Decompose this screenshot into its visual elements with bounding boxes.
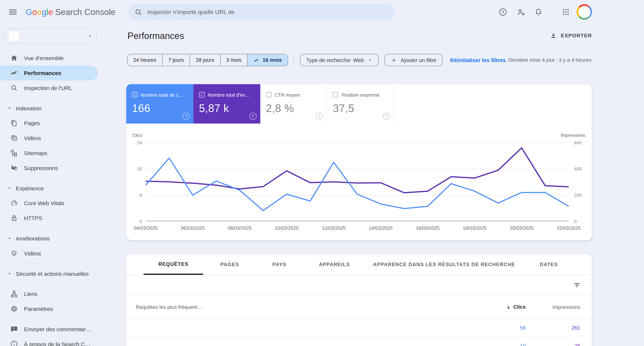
page-title: Performances: [128, 31, 184, 41]
checkbox-unchecked-icon[interactable]: [333, 92, 338, 97]
x-axis-label: 04/03/2025: [134, 226, 158, 231]
right-axis-title: Impressions: [561, 133, 585, 138]
checkbox-checked-icon[interactable]: ✓: [132, 92, 137, 97]
sidebar-item-a-propos-de-la-search-c[interactable]: À propos de la Search C…: [0, 336, 99, 346]
sidebar-item-core-web-vitals[interactable]: Core Web Vitals: [0, 196, 99, 211]
reset-filters-link[interactable]: Réinitialiser les filtres: [450, 57, 506, 63]
sidebar-item-performances[interactable]: Performances: [0, 65, 98, 80]
date-range-chip-3-mois[interactable]: 3 mois: [220, 54, 247, 66]
logo-brand: Google: [26, 7, 53, 17]
metric-value: 5,87 k: [199, 102, 260, 115]
metric-tile-position-moyenne[interactable]: Position moyenne37,5?: [327, 84, 394, 123]
search-input[interactable]: [146, 8, 390, 16]
sidebar-section-experience[interactable]: Expérience: [0, 181, 99, 196]
metric-tile-ctr-moyen[interactable]: CTR moyen2,8 %?: [260, 84, 327, 123]
help-circle-icon[interactable]: ?: [182, 113, 190, 120]
left-axis-tick: 0: [130, 219, 142, 224]
date-range-chip-24-heures[interactable]: 24 heures: [128, 54, 162, 66]
right-axis-tick: 200: [574, 193, 591, 198]
column-header-query: Requêtes les plus fréquent…: [136, 304, 202, 310]
url-inspection-search-bar[interactable]: [128, 4, 395, 20]
app-logo: GoogleSearch Console: [26, 7, 116, 17]
property-selector[interactable]: [3, 28, 98, 44]
right-axis-tick: 0: [574, 219, 591, 224]
tab-pages[interactable]: PAGES: [206, 254, 254, 275]
filter-divider: [294, 54, 294, 66]
date-range-chip-28-jours[interactable]: 28 jours: [190, 54, 220, 66]
impressions-cell: 261: [572, 325, 580, 330]
date-range-group: 24 heures7 jours28 jours3 mois16 mois: [127, 54, 288, 66]
sidebar-divider: [0, 316, 99, 322]
column-header-clics[interactable]: Clics: [506, 304, 526, 310]
menu-icon[interactable]: [8, 7, 18, 17]
filter-bar: 24 heures7 jours28 jours3 mois16 mois Ty…: [127, 54, 506, 66]
tab-apparence-dans-les-resultats-de-recherche[interactable]: APPARENCE DANS LES RÉSULTATS DE RECHERCH…: [358, 254, 530, 275]
table-header: Requêtes les plus fréquent… Clics Impres…: [126, 295, 592, 319]
sidebar-item-pages[interactable]: Pages: [0, 116, 99, 131]
help-circle-icon[interactable]: ?: [316, 113, 323, 120]
left-axis-tick: 16: [130, 166, 142, 171]
sidebar-item-liens[interactable]: Liens: [0, 286, 99, 301]
filter-icon[interactable]: [573, 281, 581, 289]
speed-icon: [10, 199, 18, 207]
metric-label: Nombre total d'im…: [208, 92, 250, 97]
metric-label: Nombre total de c…: [141, 92, 183, 97]
sidebar-section-securite-et-actions-manuelles[interactable]: Sécurité et actions manuelles: [0, 266, 99, 281]
tab-pays[interactable]: PAYS: [258, 254, 301, 275]
avatar[interactable]: [576, 4, 592, 20]
sidebar-item-videos[interactable]: Vidéos: [0, 131, 99, 146]
sidebar-item-parametres[interactable]: Paramètres: [0, 301, 99, 316]
sidebar-item-inspection-de-l-url[interactable]: Inspection de l'URL: [0, 80, 99, 95]
check-icon: [254, 57, 259, 63]
sidebar-item-envoyer-des-commentair[interactable]: Envoyer des commentair…: [0, 322, 99, 337]
metric-tile-nombre-total-d-im[interactable]: ✓Nombre total d'im…5,87 k?: [193, 84, 260, 123]
url-inspect-icon: [10, 84, 18, 92]
date-range-chip-7-jours[interactable]: 7 jours: [162, 54, 190, 66]
sidebar-item-sitemaps[interactable]: Sitemaps: [0, 145, 99, 160]
layers-icon: [10, 249, 18, 257]
table-row[interactable]: 1025: [126, 336, 592, 346]
sidebar-item-vue-d-ensemble[interactable]: Vue d'ensemble: [0, 51, 99, 66]
x-axis-label: 16/03/2025: [416, 226, 440, 231]
search-type-chip[interactable]: Type de recherche: Web: [300, 54, 379, 66]
table-row[interactable]: 58261: [126, 319, 592, 337]
date-range-chip-16-mois[interactable]: 16 mois: [247, 54, 288, 66]
sidebar: Vue d'ensemblePerformancesInspection de …: [0, 24, 99, 346]
sidebar-section-indexation[interactable]: Indexation: [0, 101, 99, 116]
svg-text:?: ?: [502, 10, 504, 15]
home-icon: [10, 54, 18, 62]
export-button[interactable]: EXPORTER: [550, 32, 592, 39]
chevron-down-icon: [368, 58, 372, 63]
notifications-icon[interactable]: [530, 4, 547, 20]
x-axis-label: 14/03/2025: [369, 226, 392, 231]
sidebar-section-ameliorations[interactable]: Améliorations: [0, 231, 99, 246]
column-header-impressions[interactable]: Impressions: [552, 304, 580, 310]
pages-icon: [10, 119, 18, 127]
sidebar-item-videos[interactable]: Vidéos: [0, 246, 99, 261]
impressions-cell: 25: [574, 343, 580, 346]
sidebar-divider: [0, 226, 99, 231]
tab-dates[interactable]: DATES: [525, 254, 573, 275]
add-filter-chip[interactable]: Ajouter un filtre: [384, 54, 442, 66]
metric-tile-nombre-total-de-c[interactable]: ✓Nombre total de c…166?: [126, 84, 193, 123]
metric-value: 37,5: [333, 102, 394, 115]
x-axis-label: 22/03/2025: [557, 226, 580, 231]
x-axis-label: 20/03/2025: [510, 226, 534, 231]
help-circle-icon[interactable]: ?: [383, 113, 390, 120]
apps-grid-icon[interactable]: [558, 4, 574, 20]
manage-account-icon[interactable]: [513, 4, 530, 20]
tab-appareils[interactable]: APPAREILS: [304, 254, 365, 275]
caret-down-icon: [7, 106, 12, 111]
help-circle-icon[interactable]: ?: [249, 113, 256, 120]
checkbox-checked-icon[interactable]: ✓: [199, 92, 204, 97]
line-chart[interactable]: [146, 143, 569, 221]
x-axis-label: 10/03/2025: [275, 226, 298, 231]
sidebar-item-https[interactable]: HTTPS: [0, 211, 99, 226]
help-icon[interactable]: ?: [494, 4, 511, 20]
right-axis-tick: 600: [574, 140, 591, 145]
tab-requetes[interactable]: REQUÊTES: [144, 254, 203, 275]
left-axis-title: Clics: [132, 133, 142, 138]
checkbox-unchecked-icon[interactable]: [266, 92, 271, 97]
info-icon: [10, 340, 18, 346]
sidebar-item-suppressions[interactable]: Suppressions: [0, 160, 99, 176]
